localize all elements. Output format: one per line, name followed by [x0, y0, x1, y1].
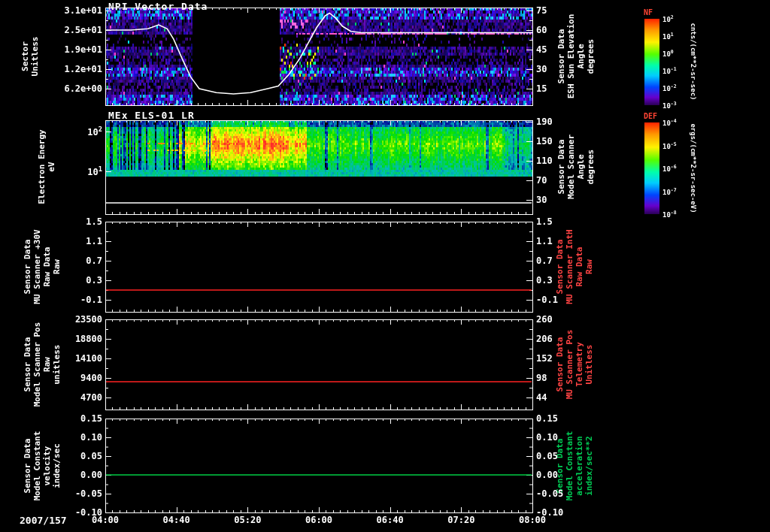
tick-label: 0.3 [86, 275, 102, 286]
tick-label: 3.1e+01 [64, 5, 102, 16]
p1-left-axis-label: Sector Unitless [20, 37, 40, 77]
tick-label: 110 [536, 156, 553, 166]
tick-label: 70 [536, 175, 547, 186]
tick-label: 10-6 [662, 164, 677, 173]
tick-label: 10-4 [662, 118, 677, 127]
tick-label: 10-2 [662, 83, 677, 92]
p4-right-axis-label: Sensor Data MU Scanner Pos Telemetry Uni… [555, 330, 594, 400]
tick-label: 102 [87, 125, 102, 138]
tick-label: 9400 [80, 373, 102, 383]
tick-label: 08:00 [519, 515, 546, 525]
tick-label: 0.05 [536, 451, 558, 461]
tick-label: 0.7 [86, 255, 102, 266]
tick-label: 23500 [75, 314, 102, 325]
tick-label: 101 [662, 32, 674, 41]
tick-label: 30 [536, 195, 547, 205]
tick-label: 2.5e+01 [64, 25, 102, 35]
tick-label: 10-3 [662, 101, 677, 110]
p1-right-axis-label: Sensor Data ESH Sun Elevation Angle degr… [556, 14, 596, 99]
tick-label: 10-7 [662, 187, 677, 196]
tick-label: 45 [536, 44, 547, 55]
tick-label: 0.10 [536, 432, 558, 443]
tick-label: 101 [87, 165, 102, 177]
tick-label: 18800 [75, 334, 102, 344]
tick-label: 10-1 [662, 66, 677, 75]
tick-label: 06:40 [377, 515, 404, 525]
tick-label: 1.1 [536, 236, 553, 246]
p2-left-axis-label: Electron Energy eV [37, 129, 56, 204]
tick-label: -0.1 [80, 295, 102, 305]
panel2-title: MEx ELS-01 LR [108, 110, 195, 121]
tick-label: 190 [536, 116, 553, 127]
tick-label: 15 [536, 83, 547, 94]
nf-colorbar-label: NF [644, 8, 653, 17]
tick-label: 0.15 [80, 413, 102, 424]
tick-label: -0.05 [536, 488, 563, 499]
date-label: 2007/157 [20, 515, 67, 526]
p4-left-axis-label: Sensor Data Model Scanner Pos Raw unitle… [23, 322, 62, 407]
tick-label: 1.2e+01 [64, 64, 102, 74]
tick-label: 0.00 [536, 470, 558, 480]
tick-label: 05:20 [234, 515, 261, 525]
tick-label: -0.1 [536, 295, 558, 305]
p3-right-axis-label: Sensor Data MU Scanner IntH Raw Data Raw [555, 229, 594, 304]
tick-label: 60 [536, 25, 547, 35]
tick-label: 30 [536, 64, 547, 74]
tick-label: 44 [536, 392, 547, 403]
tick-label: 14100 [75, 353, 102, 364]
tick-label: -0.05 [75, 488, 102, 499]
tick-label: 0.00 [80, 470, 102, 480]
tick-label: 10-8 [662, 210, 677, 219]
tick-label: 0.15 [536, 413, 558, 424]
tick-label: 1.5 [536, 216, 553, 227]
tick-label: 102 [662, 14, 674, 23]
tick-label: 152 [536, 353, 553, 364]
tick-label: 0.7 [536, 255, 553, 266]
tick-label: 150 [536, 136, 553, 147]
tick-label: 06:00 [305, 515, 332, 525]
tick-label: 04:00 [92, 515, 119, 525]
tick-label: 206 [536, 334, 553, 344]
tick-label: 1.5 [86, 216, 102, 227]
tick-label: 10-5 [662, 141, 677, 150]
def-colorbar-unit: ergs/(cm**2-sr-sec-eV) [690, 123, 697, 213]
panel1-title: NPI Vector Data [108, 1, 208, 12]
tick-label: 1.9e+01 [64, 44, 102, 55]
tick-label: 100 [662, 49, 674, 58]
p5-left-axis-label: Sensor Data Model Constant velocity inde… [23, 431, 62, 501]
tick-label: 04:40 [163, 515, 190, 525]
axes-overlay-canvas [0, 0, 770, 532]
p2-right-axis-label: Sensor Data Model Scanner Angle degrees [556, 135, 596, 199]
tick-label: 260 [536, 314, 553, 325]
p3-left-axis-label: Sensor Data MU Scanner +30V Raw Data Raw [23, 229, 62, 304]
tick-label: 1.1 [86, 236, 102, 246]
tick-label: 0.05 [80, 451, 102, 461]
nf-colorbar-unit: cnts/(cm**2-sr-sec) [690, 23, 697, 101]
multi-panel-time-series-figure: NPI Vector Data MEx ELS-01 LR NF DEF cnt… [0, 0, 770, 532]
tick-label: 0.3 [536, 275, 553, 286]
tick-label: 4700 [80, 392, 102, 403]
tick-label: 75 [536, 5, 547, 16]
tick-label: 0.10 [80, 432, 102, 443]
tick-label: 98 [536, 373, 547, 383]
tick-label: 6.2e+00 [64, 83, 102, 94]
tick-label: 07:20 [447, 515, 474, 525]
def-colorbar-label: DEF [644, 112, 657, 120]
